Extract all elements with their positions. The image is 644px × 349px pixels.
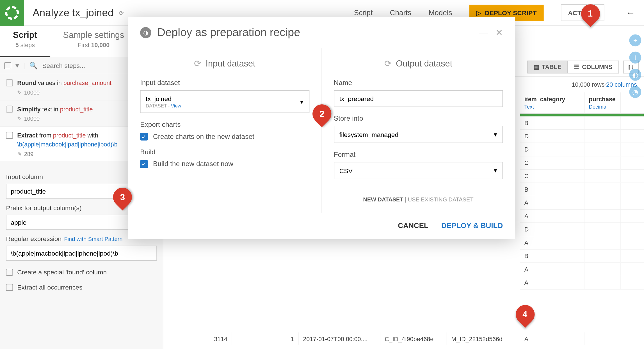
select-all-checkbox[interactable]: [4, 62, 11, 69]
list-icon: ☰: [574, 63, 579, 70]
cell: C_ID_4f90be468e: [380, 332, 447, 345]
step-regex: \b(apple|macbook|ipad|iphone|ipod)\b: [17, 141, 117, 148]
logo[interactable]: [0, 0, 24, 26]
cell: 1: [232, 332, 299, 345]
tab-script[interactable]: Script 5 steps: [0, 26, 50, 57]
step-verb: Simplify: [17, 106, 40, 112]
tab-sample-prefix: First: [78, 42, 90, 49]
cell: [584, 183, 621, 196]
tab-sample[interactable]: Sample settings First 10,000: [50, 26, 137, 57]
table-row[interactable]: A: [520, 276, 644, 289]
search-icon: 🔍: [29, 61, 38, 70]
cell: 3114: [163, 332, 232, 345]
format-label: Format: [334, 151, 503, 159]
cell: A: [520, 210, 585, 222]
build-now-checkbox[interactable]: ✓: [140, 160, 148, 168]
cell: A: [520, 236, 585, 249]
store-into-label: Store into: [334, 115, 503, 123]
plus-icon[interactable]: +: [629, 34, 641, 46]
tab-script-count: 5: [15, 42, 19, 49]
clock-icon[interactable]: ◔: [629, 86, 641, 98]
extract-checkbox-label: Extract all occurrences: [17, 283, 82, 291]
new-dataset-toggle[interactable]: NEW DATASET: [363, 196, 403, 203]
arrow-out-icon: ⟳: [384, 58, 392, 69]
export-charts-text: Create charts on the new dataset: [153, 133, 254, 141]
input-dataset-section: ⟳Input dataset Input dataset tx_joined D…: [128, 48, 322, 213]
extract-checkbox[interactable]: [6, 284, 13, 290]
column-type: Decimal: [589, 104, 616, 110]
smart-pattern-link[interactable]: Find with Smart Pattern: [64, 236, 123, 242]
export-charts-checkbox[interactable]: ✓: [140, 133, 148, 141]
table-row[interactable]: D: [520, 223, 644, 236]
nav-models[interactable]: Models: [429, 8, 452, 17]
input-section-title: Input dataset: [205, 59, 255, 68]
table-row[interactable]: D: [520, 143, 644, 156]
tab-sample-count: 10,000: [91, 42, 110, 49]
cell: A: [520, 332, 585, 345]
step-plain: text in: [41, 106, 60, 112]
table-row[interactable]: A: [520, 210, 644, 223]
existing-dataset-toggle[interactable]: USE EXISTING DATASET: [408, 196, 474, 203]
step-column: purchase_amount: [63, 79, 112, 86]
format-select[interactable]: CSV ▾: [334, 162, 503, 179]
step-checkbox[interactable]: [6, 79, 13, 86]
found-checkbox[interactable]: [6, 269, 13, 275]
table-row[interactable]: B: [520, 116, 644, 130]
input-dataset-label: Input dataset: [140, 79, 309, 87]
columns-view-button[interactable]: ☰COLUMNS: [568, 60, 619, 73]
callout-number: 4: [523, 309, 527, 319]
table-row[interactable]: B: [520, 183, 644, 196]
table-row[interactable]: A: [520, 196, 644, 210]
step-tail: with: [86, 132, 98, 139]
info-icon[interactable]: i: [629, 52, 641, 64]
view-link[interactable]: View: [171, 103, 181, 108]
cancel-button[interactable]: CANCEL: [398, 222, 428, 230]
cell: D: [520, 143, 585, 156]
nav-script[interactable]: Script: [354, 8, 373, 17]
arrow-in-icon: ⟳: [194, 58, 201, 69]
store-into-select[interactable]: filesystem_managed ▾: [334, 126, 503, 143]
cell: [584, 223, 621, 236]
table-row[interactable]: C: [520, 156, 644, 169]
output-name-field[interactable]: [334, 90, 503, 107]
toggle-sep: |: [405, 196, 408, 203]
regex-field[interactable]: [6, 246, 157, 261]
table-view-button[interactable]: ▦TABLE: [527, 60, 568, 73]
store-into-value: filesystem_managed: [339, 131, 399, 138]
column-header[interactable]: item_category Text: [520, 92, 585, 113]
step-verb: Round: [17, 79, 36, 86]
tab-script-label: Script: [13, 30, 37, 40]
cell: B: [520, 116, 585, 129]
table-row[interactable]: A: [520, 236, 644, 249]
cell: [584, 130, 621, 143]
input-dataset-select[interactable]: tx_joined DATASET - View ▾: [140, 90, 309, 113]
minimize-icon[interactable]: —: [479, 27, 488, 38]
cell: [584, 156, 621, 169]
dropdown-icon[interactable]: ▾: [15, 61, 19, 70]
format-value: CSV: [339, 167, 353, 174]
table-row[interactable]: A: [520, 263, 644, 276]
column-type: Text: [524, 104, 580, 110]
chat-icon[interactable]: ◐: [629, 69, 641, 81]
column-header[interactable]: purchase_amount Decimal: [584, 92, 621, 113]
deploy-build-button[interactable]: DEPLOY & BUILD: [441, 222, 503, 230]
step-checkbox[interactable]: [6, 132, 13, 139]
table-row[interactable]: D: [520, 130, 644, 143]
nav-charts[interactable]: Charts: [390, 8, 412, 17]
refresh-icon[interactable]: ⟳: [119, 9, 124, 16]
cell: [584, 250, 621, 263]
cell: A: [520, 196, 585, 209]
play-icon: ▷: [476, 9, 481, 17]
output-name-label: Name: [334, 79, 503, 87]
cell: [584, 276, 621, 289]
table-row[interactable]: B: [520, 250, 644, 263]
close-icon[interactable]: ✕: [495, 27, 503, 38]
chevron-left-icon[interactable]: ←: [626, 7, 635, 18]
step-checkbox[interactable]: [6, 106, 13, 112]
cell: D: [520, 130, 585, 143]
deploy-modal: ◑ Deploy as preparation recipe — ✕ ⟳Inpu…: [128, 17, 515, 239]
table-row[interactable]: C: [520, 170, 644, 183]
modal-title: Deploy as preparation recipe: [157, 26, 300, 39]
table-view-label: TABLE: [542, 63, 561, 70]
chevron-down-icon: ▾: [300, 98, 303, 105]
